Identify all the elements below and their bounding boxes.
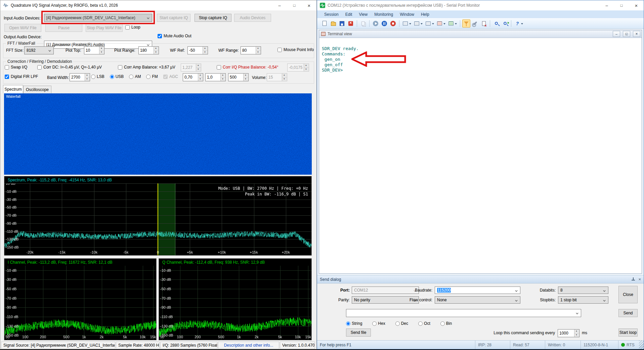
open-wav-button[interactable]: Open WAV File	[4, 24, 41, 32]
minimize-icon[interactable]	[599, 0, 614, 10]
statusbar-written: Written: 0	[545, 341, 581, 349]
command-input[interactable]	[346, 309, 581, 317]
swap-iq-checkbox[interactable]: Swap I/Q	[5, 65, 27, 70]
digital-fir-checkbox[interactable]: Digital FIR LPF	[5, 74, 38, 79]
dialog-close-icon[interactable]: ×	[638, 277, 641, 282]
terminal-output[interactable]: SDR_DEV ready.Commands: gen_on gen_offSD…	[319, 38, 642, 273]
corr-phase-balance-checkbox[interactable]: Corr I/Q Phase Balance: -0,54°	[217, 65, 278, 70]
menu-window[interactable]: Window	[397, 11, 417, 18]
loop-checkbox[interactable]: Loop	[125, 25, 140, 30]
minimize-icon[interactable]	[272, 0, 287, 10]
copy-icon[interactable]	[359, 19, 367, 28]
child-restore-icon[interactable]	[623, 31, 630, 37]
format-radio-bin[interactable]: Bin	[440, 321, 452, 326]
start-capture-button[interactable]: Start capture IQ	[157, 14, 190, 22]
menu-session[interactable]: Session	[321, 11, 342, 18]
format-radio-hex[interactable]: Hex	[372, 321, 385, 326]
menu-monitoring[interactable]: Monitoring	[371, 11, 396, 18]
flow-control-select[interactable]: None	[435, 296, 520, 304]
analyzer-statusbar: Signal Source: [4] Радиоприемник (SDR_DE…	[1, 342, 316, 349]
stop-capture-button[interactable]: Stop capture IQ	[195, 14, 231, 22]
child-close-icon[interactable]	[633, 31, 640, 37]
terminal-view-icon	[448, 21, 454, 26]
band-width-spinner[interactable]	[70, 73, 90, 81]
corr-phase-spinner[interactable]	[287, 63, 309, 72]
baudrate-select[interactable]: 115200	[435, 287, 520, 294]
fft-size-select[interactable]: 8192	[24, 46, 54, 54]
pin-icon[interactable]	[631, 277, 635, 281]
stop-play-wav-button[interactable]: Stop Play WAV File	[86, 24, 123, 32]
menu-help[interactable]: Help	[418, 11, 432, 18]
maximize-icon[interactable]	[614, 0, 629, 10]
q-channel-plot[interactable]	[159, 266, 311, 340]
mute-audio-checkbox[interactable]: Mute Audio Out	[158, 34, 191, 38]
open-session-icon[interactable]	[329, 19, 337, 28]
table-view-icon[interactable]	[401, 19, 412, 28]
close-icon[interactable]	[302, 0, 316, 10]
mode-radio-fm[interactable]: FM	[146, 74, 158, 79]
mode-radio-am[interactable]: AM	[129, 74, 141, 79]
format-radio-string[interactable]: String	[346, 321, 362, 326]
search-icon[interactable]	[492, 19, 500, 28]
wf-range-spinner[interactable]	[241, 46, 261, 54]
input-device-select[interactable]: [4] Радиоприемник (SDR_DEV_UAC1_Interfac…	[44, 14, 152, 22]
databits-select[interactable]: 8	[558, 287, 608, 294]
mode-radio-usb[interactable]: USB	[110, 74, 124, 79]
modem-events-view-icon[interactable]	[436, 19, 446, 28]
corr-amp-balance-checkbox[interactable]: Corr Amp Balance: +3,67 µV	[118, 65, 175, 70]
toolbar-separator	[511, 20, 511, 27]
stopbits-label: Stopbits:	[519, 298, 556, 302]
start-loop-button[interactable]: Start loop	[618, 329, 638, 337]
agc-attack-spinner[interactable]	[183, 73, 203, 81]
stopbits-select[interactable]: 1 stop bit	[558, 296, 608, 304]
format-radio-oct[interactable]: Oct	[418, 321, 430, 326]
agc-decay-spinner[interactable]	[205, 73, 226, 81]
pause-button[interactable]: Pause	[45, 24, 82, 32]
plot-top-spinner[interactable]	[84, 46, 104, 54]
stop-monitoring-icon[interactable]	[389, 19, 397, 28]
menu-view[interactable]: View	[356, 11, 371, 18]
wf-ref-spinner[interactable]	[187, 46, 208, 54]
i-channel-plot[interactable]	[4, 266, 156, 340]
status-description-link[interactable]: Description and other info...	[218, 342, 279, 349]
waterfall-display[interactable]: Waterfall	[4, 93, 312, 175]
child-minimize-icon[interactable]	[613, 31, 620, 37]
filter-icon[interactable]	[462, 19, 470, 28]
menu-edit[interactable]: Edit	[342, 11, 355, 18]
filter-setup-icon[interactable]	[471, 19, 479, 28]
close-button[interactable]: Close	[618, 286, 638, 303]
plot-range-spinner[interactable]	[138, 46, 159, 54]
new-session-icon[interactable]	[320, 19, 329, 28]
save-session-icon[interactable]	[338, 19, 346, 28]
help-icon[interactable]	[513, 19, 524, 28]
tab-oscilloscope[interactable]: Oscilloscope	[23, 86, 51, 93]
maximize-icon[interactable]	[287, 0, 302, 10]
agc-checkbox[interactable]: AGC	[163, 74, 178, 79]
close-session-icon[interactable]	[347, 19, 355, 28]
line-view-icon[interactable]	[413, 19, 424, 28]
audio-devices-button[interactable]: Audio Devices	[234, 14, 271, 22]
tab-spectrum[interactable]: Spectrum	[3, 85, 23, 93]
format-radio-dec[interactable]: Dec	[395, 321, 408, 326]
clear-icon[interactable]	[480, 19, 488, 28]
close-icon[interactable]	[629, 0, 644, 10]
search-next-icon[interactable]	[501, 19, 509, 28]
corr-dc-checkbox[interactable]: Corr DC: I=-0,45 µV, Q=-1,40 µV	[37, 65, 102, 70]
mouse-point-info-checkbox[interactable]: Mouse Point Info	[277, 47, 314, 52]
dump-view-icon[interactable]	[424, 19, 435, 28]
agc-hang-spinner[interactable]	[228, 73, 249, 81]
serial-monitor-app-icon	[320, 3, 325, 8]
pause-monitoring-icon[interactable]	[380, 19, 388, 28]
spectrum-mode-info: Mode: USB | BW: 2700 Hz | Freq: +0 Hz Pe…	[218, 186, 308, 197]
start-monitoring-icon[interactable]	[372, 19, 380, 28]
terminal-view-icon[interactable]	[447, 19, 458, 28]
mode-radio-lsb[interactable]: LSB	[91, 74, 104, 79]
loop-interval-spinner[interactable]	[558, 329, 579, 337]
window-title: COM12 (Устройство с последовательным инт…	[328, 3, 480, 8]
corr-amp-spinner[interactable]	[181, 63, 201, 72]
send-button[interactable]: Send	[618, 309, 638, 317]
resize-grip[interactable]	[639, 341, 644, 349]
send-file-button[interactable]: Send file	[346, 329, 371, 337]
volume-spinner[interactable]	[267, 73, 287, 81]
parity-label: Parity:	[324, 298, 350, 302]
